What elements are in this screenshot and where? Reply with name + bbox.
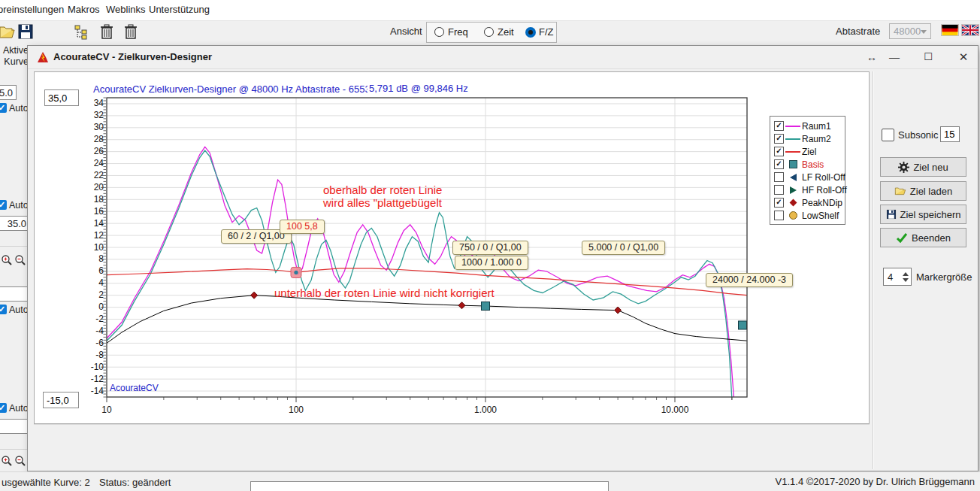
y-min-input[interactable] <box>43 392 79 408</box>
ziel-speichern-label: Ziel speichern <box>900 209 961 220</box>
zoom-in-icon-2[interactable] <box>1 455 13 467</box>
open-file-icon[interactable] <box>0 23 17 41</box>
folder-open-icon <box>894 186 906 196</box>
zielkurven-designer-dialog: AcourateCV - Zielkurven-Designer ↔ — ☐ ✕… <box>27 45 978 471</box>
tri-left-symbol-icon <box>784 174 802 181</box>
legend-checkbox-lf-roll-off[interactable] <box>774 172 784 182</box>
maximize-button[interactable]: ☐ <box>917 49 939 65</box>
legend-checkbox-hf-roll-off[interactable] <box>774 185 784 195</box>
value-tooltip-chip: 24000 / 24.000 -3 <box>706 273 793 287</box>
delete-all-icon[interactable] <box>122 23 141 41</box>
auto-label-4: Auto <box>9 403 29 414</box>
menubar: oreinstellungen Makros Weblinks Unterstü… <box>0 0 980 21</box>
ansicht-radio-group: Freq Zeit F/Z <box>426 22 557 43</box>
legend-row: ✓PeakNDip <box>774 196 845 209</box>
toolbar: Ansicht Freq Zeit F/Z Abtastrate 48000 <box>0 21 980 45</box>
legend-row: LowShelf <box>774 209 845 222</box>
square-symbol-icon <box>784 160 802 168</box>
legend-checkbox-raum2[interactable]: ✓ <box>774 134 784 144</box>
legend-checkbox-raum1[interactable]: ✓ <box>774 121 784 131</box>
subsonic-input[interactable] <box>940 126 960 142</box>
legend-checkbox-ziel[interactable]: ✓ <box>774 147 784 156</box>
marker-size-label: Markergröße <box>916 271 972 283</box>
peakndip-marker[interactable] <box>251 292 258 299</box>
radio-fz[interactable] <box>525 27 536 40</box>
status-selected-curve: usgewählte Kurve: 2 <box>2 477 90 488</box>
menu-item-weblinks[interactable]: Weblinks <box>106 4 146 15</box>
axis-max-input-cut[interactable]: 5.0 <box>0 85 17 100</box>
value-tooltip-chip: 5.000 / 0 / Q1,00 <box>582 241 665 255</box>
spinner-down-icon[interactable] <box>903 278 909 282</box>
uk-flag-icon[interactable] <box>962 25 978 35</box>
statusbar: usgewählte Kurve: 2 Status: geändert V1.… <box>0 471 980 491</box>
curve-list-icon[interactable] <box>74 23 92 41</box>
radio-zeit[interactable] <box>484 27 494 39</box>
basis-handle-marker[interactable] <box>739 321 747 329</box>
value-tooltip-chip: 1000 / 1.000 0 <box>455 256 528 270</box>
ziel-laden-label: Ziel laden <box>910 186 952 197</box>
check-icon <box>896 232 908 243</box>
menu-item-makros[interactable]: Makros <box>68 4 100 15</box>
selected-point-dot <box>294 271 298 274</box>
basis-handle-marker[interactable] <box>482 302 490 311</box>
diamond-symbol-icon <box>784 200 802 205</box>
zoom-out-icon-2[interactable] <box>14 455 26 467</box>
red-annotation: unterhalb der roten Linie wird nicht kor… <box>274 286 495 299</box>
ziel-neu-button[interactable]: Ziel neu <box>880 157 966 177</box>
red-annotation: oberhalb der roten Linie wird alles "pla… <box>323 183 442 209</box>
ziel-laden-button[interactable]: Ziel laden <box>880 181 966 201</box>
legend-label: Raum2 <box>802 134 831 144</box>
abtastrate-select[interactable]: 48000 <box>889 23 931 39</box>
auto-checkbox-2[interactable]: ✓ <box>0 200 7 210</box>
abtastrate-label: Abtastrate <box>836 26 880 37</box>
spinner-up-icon[interactable] <box>903 272 909 276</box>
line-symbol-icon <box>784 138 802 140</box>
status-version: V1.1.4 ©2017-2020 by Dr. Ulrich Brüggema… <box>776 476 975 487</box>
legend-row: ✓Ziel <box>774 145 845 158</box>
peakndip-marker[interactable] <box>458 302 465 309</box>
status-changed: Status: geändert <box>99 477 171 488</box>
legend-checkbox-basis[interactable]: ✓ <box>774 159 784 169</box>
close-button[interactable]: ✕ <box>952 49 975 65</box>
save-disk-icon <box>886 209 897 220</box>
dialog-titlebar[interactable]: AcourateCV - Zielkurven-Designer ↔ — ☐ ✕ <box>28 46 978 69</box>
ziel-speichern-button[interactable]: Ziel speichern <box>880 205 966 224</box>
q-value-sliders: Q-Value of 60,0, 2,0Q-Value of 750,0, 0,… <box>34 424 870 470</box>
value-tooltip-chip: 100 5,8 <box>280 220 325 234</box>
menu-item-voreinstellungen[interactable]: oreinstellungen <box>0 4 64 15</box>
legend-checkbox-peakndip[interactable]: ✓ <box>774 198 784 208</box>
auto-checkbox-1[interactable]: ✓ <box>0 103 7 113</box>
ansicht-label: Ansicht <box>390 26 422 37</box>
resize-horizontal-icon[interactable]: ↔ <box>861 49 883 65</box>
cursor-readout: 5,791 dB @ 99,846 Hz <box>368 83 470 94</box>
auto-label-3: Auto <box>9 305 29 315</box>
line-symbol-icon <box>784 151 802 153</box>
save-icon[interactable] <box>17 23 35 41</box>
german-flag-icon[interactable] <box>942 25 958 35</box>
auto-checkbox-4[interactable]: ✓ <box>0 403 7 413</box>
menu-item-unterstuetzung[interactable]: Unterstützung <box>149 4 210 15</box>
auto-checkbox-3[interactable]: ✓ <box>0 305 7 314</box>
marker-size-spinner[interactable]: 4 <box>883 268 912 286</box>
peakndip-marker[interactable] <box>615 307 622 314</box>
axis-min-input-cut[interactable]: 35.0 <box>0 216 30 231</box>
auto-label-2: Auto <box>9 200 29 211</box>
abtastrate-value: 48000 <box>894 26 921 37</box>
legend-label: PeakNDip <box>802 198 842 208</box>
axis-value2-input-cut[interactable]: 1.0 <box>0 419 30 434</box>
legend-label: LowShelf <box>802 211 839 221</box>
zoom-in-icon[interactable] <box>1 254 13 266</box>
y-max-input[interactable] <box>44 89 79 106</box>
legend-checkbox-lowshelf[interactable] <box>774 211 784 220</box>
beenden-button[interactable]: Beenden <box>880 228 966 247</box>
radio-freq[interactable] <box>434 27 444 39</box>
zoom-out-icon[interactable] <box>14 254 26 266</box>
minimize-button[interactable]: — <box>883 49 906 65</box>
dialog-title: AcourateCV - Zielkurven-Designer <box>53 51 212 62</box>
legend-box: ✓Raum1✓Raum2✓Ziel✓BasisLF Roll-OffHF Rol… <box>770 116 845 225</box>
axis-value-input-cut[interactable]: .0 <box>0 286 30 302</box>
circle-symbol-icon <box>784 211 802 220</box>
subsonic-checkbox[interactable] <box>882 129 894 141</box>
delete-icon[interactable] <box>98 23 116 41</box>
aktive-kurve-label: Aktive Kurve <box>0 45 29 68</box>
